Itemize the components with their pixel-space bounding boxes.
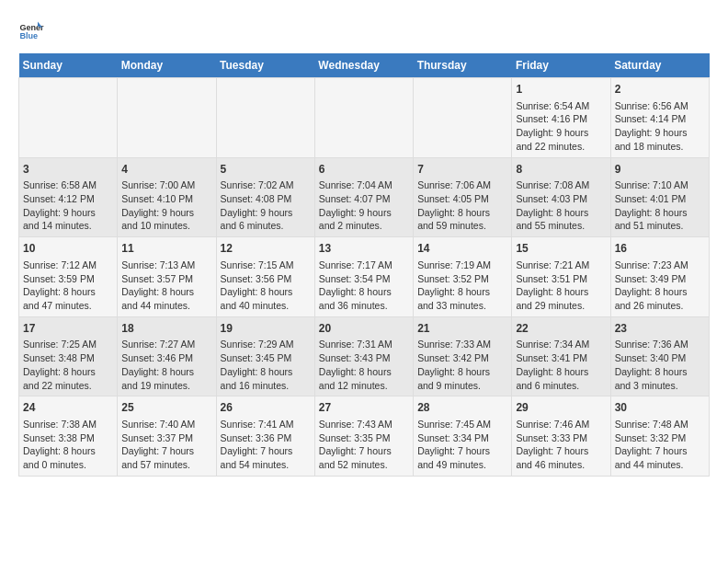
header-day-monday: Monday [118, 53, 216, 78]
day-info: Sunrise: 7:36 AM Sunset: 3:40 PM Dayligh… [615, 338, 705, 392]
calendar-cell: 30Sunrise: 7:48 AM Sunset: 3:32 PM Dayli… [610, 396, 709, 477]
day-number: 13 [319, 241, 409, 257]
day-number: 5 [221, 162, 311, 178]
day-number: 16 [615, 241, 705, 257]
header-day-tuesday: Tuesday [216, 53, 314, 78]
day-info: Sunrise: 7:46 AM Sunset: 3:33 PM Dayligh… [516, 418, 606, 472]
calendar-cell: 22Sunrise: 7:34 AM Sunset: 3:41 PM Dayli… [512, 316, 610, 396]
calendar-cell: 7Sunrise: 7:06 AM Sunset: 4:05 PM Daylig… [414, 157, 512, 237]
day-info: Sunrise: 7:38 AM Sunset: 3:38 PM Dayligh… [23, 418, 113, 472]
calendar-cell: 9Sunrise: 7:10 AM Sunset: 4:01 PM Daylig… [610, 157, 709, 237]
day-number: 28 [417, 400, 507, 416]
day-number: 2 [615, 82, 705, 98]
calendar-cell: 10Sunrise: 7:12 AM Sunset: 3:59 PM Dayli… [19, 237, 118, 317]
calendar-cell: 16Sunrise: 7:23 AM Sunset: 3:49 PM Dayli… [610, 237, 709, 317]
day-number: 21 [417, 321, 507, 337]
calendar-cell: 27Sunrise: 7:43 AM Sunset: 3:35 PM Dayli… [314, 396, 413, 477]
week-row-1: 3Sunrise: 6:58 AM Sunset: 4:12 PM Daylig… [19, 157, 710, 237]
day-info: Sunrise: 7:19 AM Sunset: 3:52 PM Dayligh… [417, 259, 507, 313]
day-number: 1 [516, 82, 606, 98]
day-info: Sunrise: 7:41 AM Sunset: 3:36 PM Dayligh… [221, 418, 311, 472]
day-info: Sunrise: 7:00 AM Sunset: 4:10 PM Dayligh… [121, 178, 211, 233]
calendar-cell: 17Sunrise: 7:25 AM Sunset: 3:48 PM Dayli… [19, 316, 118, 396]
calendar-cell: 6Sunrise: 7:04 AM Sunset: 4:07 PM Daylig… [314, 157, 413, 237]
day-number: 23 [615, 321, 705, 337]
calendar-cell: 15Sunrise: 7:21 AM Sunset: 3:51 PM Dayli… [512, 237, 610, 317]
day-info: Sunrise: 6:56 AM Sunset: 4:14 PM Dayligh… [615, 99, 705, 154]
calendar-cell: 23Sunrise: 7:36 AM Sunset: 3:40 PM Dayli… [610, 316, 709, 396]
calendar-cell: 20Sunrise: 7:31 AM Sunset: 3:43 PM Dayli… [314, 316, 413, 396]
day-info: Sunrise: 7:06 AM Sunset: 4:05 PM Dayligh… [417, 178, 507, 233]
calendar-cell: 19Sunrise: 7:29 AM Sunset: 3:45 PM Dayli… [216, 316, 314, 396]
day-info: Sunrise: 7:43 AM Sunset: 3:35 PM Dayligh… [319, 418, 409, 472]
page-header: General Blue [18, 18, 710, 44]
day-info: Sunrise: 7:27 AM Sunset: 3:46 PM Dayligh… [121, 338, 211, 392]
svg-text:General: General [19, 23, 44, 32]
calendar-cell: 24Sunrise: 7:38 AM Sunset: 3:38 PM Dayli… [19, 396, 118, 477]
day-info: Sunrise: 7:29 AM Sunset: 3:45 PM Dayligh… [221, 338, 311, 392]
day-info: Sunrise: 7:45 AM Sunset: 3:34 PM Dayligh… [417, 418, 507, 472]
day-info: Sunrise: 7:15 AM Sunset: 3:56 PM Dayligh… [221, 259, 311, 313]
calendar-cell: 13Sunrise: 7:17 AM Sunset: 3:54 PM Dayli… [314, 237, 413, 317]
calendar-cell: 4Sunrise: 7:00 AM Sunset: 4:10 PM Daylig… [118, 157, 216, 237]
calendar-cell: 8Sunrise: 7:08 AM Sunset: 4:03 PM Daylig… [512, 157, 610, 237]
header-day-saturday: Saturday [610, 53, 709, 78]
day-info: Sunrise: 7:34 AM Sunset: 3:41 PM Dayligh… [516, 338, 606, 392]
day-info: Sunrise: 7:21 AM Sunset: 3:51 PM Dayligh… [516, 259, 606, 313]
header-day-wednesday: Wednesday [314, 53, 413, 78]
day-info: Sunrise: 7:08 AM Sunset: 4:03 PM Dayligh… [516, 178, 606, 233]
calendar-cell [414, 78, 512, 158]
day-info: Sunrise: 7:31 AM Sunset: 3:43 PM Dayligh… [319, 338, 409, 392]
calendar-cell: 29Sunrise: 7:46 AM Sunset: 3:33 PM Dayli… [512, 396, 610, 477]
calendar-cell [118, 78, 216, 158]
day-info: Sunrise: 6:58 AM Sunset: 4:12 PM Dayligh… [23, 178, 113, 233]
day-number: 14 [417, 241, 507, 257]
header-day-friday: Friday [512, 53, 610, 78]
week-row-0: 1Sunrise: 6:54 AM Sunset: 4:16 PM Daylig… [19, 78, 710, 158]
day-number: 24 [23, 400, 113, 416]
day-info: Sunrise: 7:02 AM Sunset: 4:08 PM Dayligh… [221, 178, 311, 233]
calendar-cell: 11Sunrise: 7:13 AM Sunset: 3:57 PM Dayli… [118, 237, 216, 317]
calendar-cell: 25Sunrise: 7:40 AM Sunset: 3:37 PM Dayli… [118, 396, 216, 477]
calendar-cell: 2Sunrise: 6:56 AM Sunset: 4:14 PM Daylig… [610, 78, 709, 158]
calendar-cell: 26Sunrise: 7:41 AM Sunset: 3:36 PM Dayli… [216, 396, 314, 477]
calendar-cell: 14Sunrise: 7:19 AM Sunset: 3:52 PM Dayli… [414, 237, 512, 317]
day-number: 9 [615, 162, 705, 178]
calendar-table: SundayMondayTuesdayWednesdayThursdayFrid… [18, 53, 710, 477]
day-number: 22 [516, 321, 606, 337]
day-number: 8 [516, 162, 606, 178]
header-day-sunday: Sunday [19, 53, 118, 78]
logo-icon: General Blue [18, 18, 44, 44]
header-day-thursday: Thursday [414, 53, 512, 78]
header-row: SundayMondayTuesdayWednesdayThursdayFrid… [19, 53, 710, 78]
calendar-cell: 18Sunrise: 7:27 AM Sunset: 3:46 PM Dayli… [118, 316, 216, 396]
day-info: Sunrise: 7:17 AM Sunset: 3:54 PM Dayligh… [319, 259, 409, 313]
day-info: Sunrise: 7:12 AM Sunset: 3:59 PM Dayligh… [23, 259, 113, 313]
day-number: 19 [221, 321, 311, 337]
day-info: Sunrise: 7:33 AM Sunset: 3:42 PM Dayligh… [417, 338, 507, 392]
day-info: Sunrise: 7:23 AM Sunset: 3:49 PM Dayligh… [615, 259, 705, 313]
calendar-cell: 12Sunrise: 7:15 AM Sunset: 3:56 PM Dayli… [216, 237, 314, 317]
day-info: Sunrise: 7:04 AM Sunset: 4:07 PM Dayligh… [319, 178, 409, 233]
day-info: Sunrise: 7:48 AM Sunset: 3:32 PM Dayligh… [615, 418, 705, 472]
week-row-3: 17Sunrise: 7:25 AM Sunset: 3:48 PM Dayli… [19, 316, 710, 396]
day-number: 18 [121, 321, 211, 337]
calendar-cell [216, 78, 314, 158]
calendar-cell: 21Sunrise: 7:33 AM Sunset: 3:42 PM Dayli… [414, 316, 512, 396]
day-number: 3 [23, 162, 113, 178]
day-number: 10 [23, 241, 113, 257]
week-row-2: 10Sunrise: 7:12 AM Sunset: 3:59 PM Dayli… [19, 237, 710, 317]
calendar-cell: 3Sunrise: 6:58 AM Sunset: 4:12 PM Daylig… [19, 157, 118, 237]
day-info: Sunrise: 7:13 AM Sunset: 3:57 PM Dayligh… [121, 259, 211, 313]
day-number: 7 [417, 162, 507, 178]
calendar-cell: 28Sunrise: 7:45 AM Sunset: 3:34 PM Dayli… [414, 396, 512, 477]
week-row-4: 24Sunrise: 7:38 AM Sunset: 3:38 PM Dayli… [19, 396, 710, 477]
day-info: Sunrise: 7:25 AM Sunset: 3:48 PM Dayligh… [23, 338, 113, 392]
day-number: 15 [516, 241, 606, 257]
day-number: 11 [121, 241, 211, 257]
calendar-cell: 5Sunrise: 7:02 AM Sunset: 4:08 PM Daylig… [216, 157, 314, 237]
calendar-body: 1Sunrise: 6:54 AM Sunset: 4:16 PM Daylig… [19, 78, 710, 477]
svg-text:Blue: Blue [19, 31, 38, 40]
calendar-cell: 1Sunrise: 6:54 AM Sunset: 4:16 PM Daylig… [512, 78, 610, 158]
day-number: 26 [221, 400, 311, 416]
